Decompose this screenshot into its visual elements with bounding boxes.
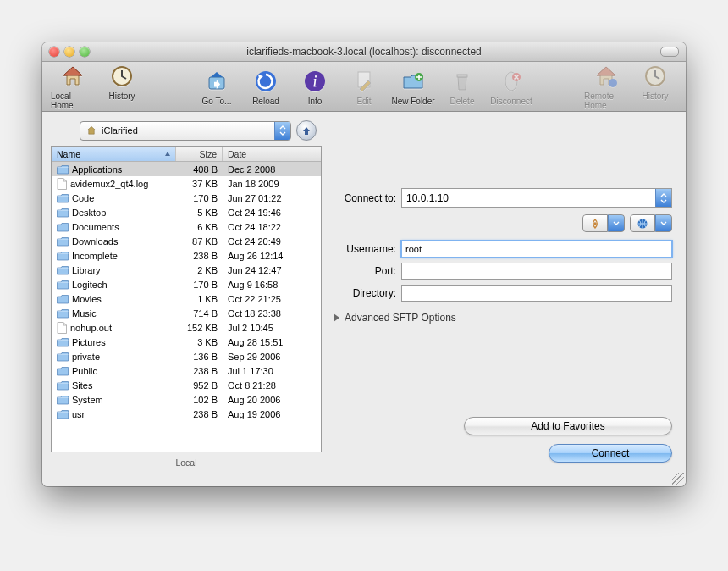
file-row[interactable]: System102 BAug 20 2006 — [52, 392, 321, 407]
file-icon — [57, 178, 67, 190]
file-date: Aug 20 2006 — [223, 395, 321, 405]
directory-field[interactable] — [401, 285, 672, 302]
add-to-favorites-button[interactable]: Add to Favorites — [464, 417, 672, 435]
file-row[interactable]: Desktop5 KBOct 24 19:46 — [52, 205, 321, 219]
folder-icon — [57, 222, 69, 232]
file-name: Desktop — [72, 208, 106, 218]
file-name: private — [72, 352, 100, 362]
file-name: Downloads — [72, 236, 118, 247]
toolbar-toggle-button[interactable] — [660, 47, 679, 57]
file-row[interactable]: Logitech170 BAug 9 16:58 — [52, 277, 321, 291]
file-size: 87 KB — [176, 236, 223, 247]
port-field[interactable] — [401, 263, 672, 280]
folder-icon — [57, 337, 69, 347]
file-name: Pictures — [72, 337, 106, 347]
path-selector[interactable]: iClarified — [80, 121, 291, 141]
folder-icon — [57, 409, 69, 419]
info-button[interactable]: i Info — [293, 68, 337, 106]
file-size: 408 B — [176, 164, 223, 175]
local-home-button[interactable]: Local Home — [51, 63, 95, 110]
file-date: Oct 18 23:38 — [223, 308, 321, 319]
file-row[interactable]: Code170 BJun 27 01:22 — [52, 191, 321, 205]
minimize-window-button[interactable] — [64, 47, 74, 57]
up-directory-button[interactable] — [296, 120, 317, 141]
file-date: Dec 2 2008 — [223, 164, 321, 175]
file-size: 136 B — [176, 352, 223, 362]
folder-icon — [57, 251, 69, 261]
go-to-button[interactable]: Go To... — [195, 68, 239, 106]
file-size: 102 B — [176, 395, 223, 405]
file-list-header: Name Size Date — [52, 147, 321, 162]
svg-text:i: i — [312, 73, 317, 90]
file-name: Music — [72, 308, 97, 319]
file-name: Applications — [72, 164, 122, 175]
app-window: iclarifieds-macbook-3.local (localhost):… — [42, 42, 686, 486]
local-pane: iClarified Name Size Date — [42, 112, 322, 486]
folder-icon — [57, 164, 69, 175]
dropdown-arrow-icon — [274, 122, 290, 140]
disclosure-triangle-icon — [334, 313, 339, 322]
zoom-window-button[interactable] — [80, 47, 90, 57]
file-date: Jul 1 17:30 — [223, 366, 321, 376]
delete-button: Delete — [440, 68, 484, 106]
file-row[interactable]: Movies1 KBOct 22 21:25 — [52, 291, 321, 306]
file-row[interactable]: private136 BSep 29 2006 — [52, 349, 321, 363]
file-row[interactable]: Music714 BOct 18 23:38 — [52, 306, 321, 320]
clock-remote-icon — [642, 63, 669, 90]
bonjour-picker[interactable] — [582, 214, 625, 232]
file-row[interactable]: Downloads87 KBOct 24 20:49 — [52, 234, 321, 248]
file-name: Sites — [72, 380, 92, 391]
username-label: Username: — [328, 243, 396, 255]
dropdown-arrow-icon — [655, 189, 671, 207]
file-date: Jun 24 12:47 — [223, 265, 321, 275]
username-field[interactable] — [401, 241, 672, 258]
clock-icon — [108, 63, 135, 90]
arrow-up-icon — [301, 125, 312, 136]
column-size-header[interactable]: Size — [176, 147, 223, 161]
toolbar: Local Home History Go To... Re — [42, 62, 686, 112]
file-row[interactable]: Applications408 BDec 2 2008 — [52, 162, 321, 176]
folder-icon — [57, 308, 69, 319]
new-folder-icon — [400, 68, 427, 95]
folder-icon — [57, 193, 69, 203]
column-date-header[interactable]: Date — [223, 147, 321, 161]
file-date: Aug 9 16:58 — [223, 280, 321, 290]
protocol-picker[interactable] — [630, 214, 672, 232]
connection-pane: Connect to: 10.0.1.10 — [322, 112, 686, 486]
file-row[interactable]: avidemux2_qt4.log37 KBJan 18 2009 — [52, 176, 321, 191]
file-row[interactable]: Public238 BJul 1 17:30 — [52, 363, 321, 378]
connect-to-label: Connect to: — [328, 192, 396, 204]
file-row[interactable]: Incomplete238 BAug 26 12:14 — [52, 248, 321, 263]
disconnect-icon — [498, 68, 525, 95]
connect-to-field[interactable]: 10.0.1.10 — [401, 188, 672, 208]
home-remote-icon — [593, 63, 620, 90]
resize-grip[interactable] — [672, 473, 684, 485]
goto-icon — [203, 68, 230, 95]
info-icon: i — [301, 68, 328, 95]
file-date: Aug 19 2006 — [223, 409, 321, 419]
file-row[interactable]: Sites952 BOct 8 21:28 — [52, 378, 321, 392]
file-row[interactable]: nohup.out152 KBJul 2 10:45 — [52, 320, 321, 335]
file-size: 2 KB — [176, 265, 223, 275]
file-row[interactable]: Pictures3 KBAug 28 15:51 — [52, 335, 321, 349]
file-list[interactable]: Applications408 BDec 2 2008avidemux2_qt4… — [52, 162, 321, 452]
close-window-button[interactable] — [49, 47, 59, 57]
file-row[interactable]: usr238 BAug 19 2006 — [52, 407, 321, 421]
reload-button[interactable]: Reload — [244, 68, 288, 106]
file-date: Jul 2 10:45 — [223, 323, 321, 333]
folder-icon — [57, 208, 69, 218]
advanced-options-toggle[interactable]: Advanced SFTP Options — [334, 312, 672, 324]
local-history-button[interactable]: History — [100, 63, 144, 110]
disconnect-button: Disconnect — [489, 68, 533, 106]
file-date: Aug 26 12:14 — [223, 251, 321, 261]
file-row[interactable]: Library2 KBJun 24 12:47 — [52, 263, 321, 277]
file-size: 238 B — [176, 366, 223, 376]
file-size: 6 KB — [176, 222, 223, 232]
port-label: Port: — [328, 265, 396, 277]
column-name-header[interactable]: Name — [52, 147, 176, 161]
connect-button[interactable]: Connect — [549, 444, 672, 463]
titlebar[interactable]: iclarifieds-macbook-3.local (localhost):… — [42, 42, 686, 62]
file-row[interactable]: Documents6 KBOct 24 18:22 — [52, 219, 321, 234]
directory-label: Directory: — [328, 287, 396, 299]
new-folder-button[interactable]: New Folder — [391, 68, 435, 106]
